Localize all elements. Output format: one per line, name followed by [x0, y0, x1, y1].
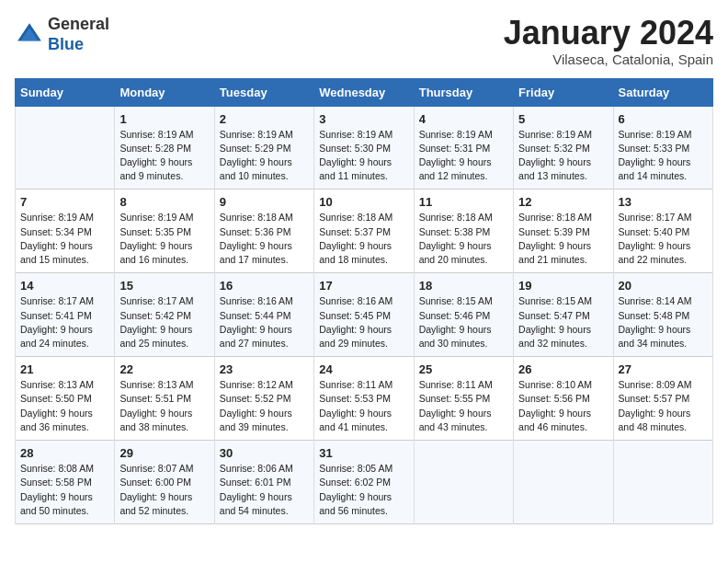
weekday-header: Sunday — [16, 78, 115, 106]
day-content: Sunrise: 8:13 AM Sunset: 5:51 PM Dayligh… — [119, 378, 209, 434]
calendar-cell: 22Sunrise: 8:13 AM Sunset: 5:51 PM Dayli… — [115, 357, 214, 441]
calendar-cell: 30Sunrise: 8:06 AM Sunset: 6:01 PM Dayli… — [214, 441, 313, 524]
day-number: 13 — [619, 195, 708, 209]
day-content: Sunrise: 8:16 AM Sunset: 5:45 PM Dayligh… — [319, 294, 408, 350]
day-number: 5 — [518, 112, 608, 126]
calendar-cell: 10Sunrise: 8:18 AM Sunset: 5:37 PM Dayli… — [314, 190, 414, 273]
calendar-cell: 16Sunrise: 8:16 AM Sunset: 5:44 PM Dayli… — [214, 273, 313, 357]
day-number: 12 — [518, 195, 608, 209]
day-content: Sunrise: 8:17 AM Sunset: 5:40 PM Dayligh… — [619, 211, 708, 267]
day-content: Sunrise: 8:18 AM Sunset: 5:39 PM Dayligh… — [518, 211, 608, 267]
calendar-week-row: 7Sunrise: 8:19 AM Sunset: 5:34 PM Daylig… — [16, 190, 713, 273]
day-content: Sunrise: 8:06 AM Sunset: 6:01 PM Dayligh… — [220, 462, 309, 518]
day-content: Sunrise: 8:18 AM Sunset: 5:36 PM Dayligh… — [220, 211, 309, 267]
day-number: 27 — [619, 362, 708, 376]
day-content: Sunrise: 8:17 AM Sunset: 5:41 PM Dayligh… — [20, 294, 109, 350]
day-number: 31 — [319, 446, 408, 460]
weekday-header: Tuesday — [214, 78, 313, 106]
day-number: 26 — [518, 362, 608, 376]
day-content: Sunrise: 8:19 AM Sunset: 5:33 PM Dayligh… — [619, 128, 708, 184]
calendar-cell: 28Sunrise: 8:08 AM Sunset: 5:58 PM Dayli… — [16, 441, 115, 524]
calendar-cell: 5Sunrise: 8:19 AM Sunset: 5:32 PM Daylig… — [514, 106, 613, 190]
month-title: January 2024 — [504, 15, 713, 52]
day-content: Sunrise: 8:15 AM Sunset: 5:47 PM Dayligh… — [518, 294, 608, 350]
day-content: Sunrise: 8:15 AM Sunset: 5:46 PM Dayligh… — [419, 294, 508, 350]
weekday-header: Wednesday — [314, 78, 414, 106]
day-content: Sunrise: 8:14 AM Sunset: 5:48 PM Dayligh… — [619, 294, 708, 350]
calendar-cell: 31Sunrise: 8:05 AM Sunset: 6:02 PM Dayli… — [314, 441, 414, 524]
calendar-cell — [613, 441, 712, 524]
day-number: 20 — [619, 279, 708, 293]
day-content: Sunrise: 8:12 AM Sunset: 5:52 PM Dayligh… — [220, 378, 309, 434]
calendar-cell: 20Sunrise: 8:14 AM Sunset: 5:48 PM Dayli… — [613, 273, 712, 357]
page-header: General Blue January 2024 Vilaseca, Cata… — [15, 15, 713, 67]
calendar-week-row: 28Sunrise: 8:08 AM Sunset: 5:58 PM Dayli… — [16, 441, 713, 524]
day-content: Sunrise: 8:19 AM Sunset: 5:34 PM Dayligh… — [20, 211, 109, 267]
day-number: 25 — [419, 362, 508, 376]
day-number: 21 — [20, 362, 109, 376]
calendar-week-row: 21Sunrise: 8:13 AM Sunset: 5:50 PM Dayli… — [16, 357, 713, 441]
calendar-cell: 17Sunrise: 8:16 AM Sunset: 5:45 PM Dayli… — [314, 273, 414, 357]
title-block: January 2024 Vilaseca, Catalonia, Spain — [504, 15, 713, 67]
day-number: 16 — [220, 279, 309, 293]
location-subtitle: Vilaseca, Catalonia, Spain — [504, 52, 713, 67]
calendar-cell: 3Sunrise: 8:19 AM Sunset: 5:30 PM Daylig… — [314, 106, 414, 190]
day-content: Sunrise: 8:13 AM Sunset: 5:50 PM Dayligh… — [20, 378, 109, 434]
day-content: Sunrise: 8:18 AM Sunset: 5:37 PM Dayligh… — [319, 211, 408, 267]
day-number: 23 — [220, 362, 309, 376]
day-number: 17 — [319, 279, 408, 293]
day-content: Sunrise: 8:05 AM Sunset: 6:02 PM Dayligh… — [319, 462, 408, 518]
day-number: 24 — [319, 362, 408, 376]
day-content: Sunrise: 8:09 AM Sunset: 5:57 PM Dayligh… — [619, 378, 708, 434]
day-number: 14 — [20, 279, 109, 293]
logo: General Blue — [15, 15, 109, 54]
calendar-cell: 2Sunrise: 8:19 AM Sunset: 5:29 PM Daylig… — [214, 106, 313, 190]
logo-icon — [15, 20, 44, 50]
calendar-cell: 7Sunrise: 8:19 AM Sunset: 5:34 PM Daylig… — [16, 190, 115, 273]
calendar-week-row: 1Sunrise: 8:19 AM Sunset: 5:28 PM Daylig… — [16, 106, 713, 190]
day-content: Sunrise: 8:19 AM Sunset: 5:35 PM Dayligh… — [119, 211, 209, 267]
day-number: 4 — [419, 112, 508, 126]
day-number: 18 — [419, 279, 508, 293]
day-number: 8 — [119, 195, 209, 209]
day-content: Sunrise: 8:08 AM Sunset: 5:58 PM Dayligh… — [20, 462, 109, 518]
day-content: Sunrise: 8:11 AM Sunset: 5:53 PM Dayligh… — [319, 378, 408, 434]
weekday-header: Friday — [514, 78, 613, 106]
day-number: 22 — [119, 362, 209, 376]
calendar-cell: 4Sunrise: 8:19 AM Sunset: 5:31 PM Daylig… — [414, 106, 513, 190]
calendar-cell: 8Sunrise: 8:19 AM Sunset: 5:35 PM Daylig… — [115, 190, 214, 273]
calendar-cell: 9Sunrise: 8:18 AM Sunset: 5:36 PM Daylig… — [214, 190, 313, 273]
day-number: 11 — [419, 195, 508, 209]
calendar-cell: 24Sunrise: 8:11 AM Sunset: 5:53 PM Dayli… — [314, 357, 414, 441]
day-content: Sunrise: 8:10 AM Sunset: 5:56 PM Dayligh… — [518, 378, 608, 434]
calendar-cell — [414, 441, 513, 524]
day-number: 6 — [619, 112, 708, 126]
calendar-cell: 18Sunrise: 8:15 AM Sunset: 5:46 PM Dayli… — [414, 273, 513, 357]
logo-blue-text: Blue — [48, 35, 84, 53]
day-number: 28 — [20, 446, 109, 460]
calendar-cell — [514, 441, 613, 524]
day-number: 19 — [518, 279, 608, 293]
day-content: Sunrise: 8:07 AM Sunset: 6:00 PM Dayligh… — [119, 462, 209, 518]
calendar-cell: 29Sunrise: 8:07 AM Sunset: 6:00 PM Dayli… — [115, 441, 214, 524]
calendar-cell: 19Sunrise: 8:15 AM Sunset: 5:47 PM Dayli… — [514, 273, 613, 357]
calendar-table: SundayMondayTuesdayWednesdayThursdayFrid… — [15, 78, 713, 524]
day-number: 15 — [119, 279, 209, 293]
day-content: Sunrise: 8:19 AM Sunset: 5:32 PM Dayligh… — [518, 128, 608, 184]
day-number: 7 — [20, 195, 109, 209]
day-number: 29 — [119, 446, 209, 460]
day-number: 10 — [319, 195, 408, 209]
weekday-header: Saturday — [613, 78, 712, 106]
calendar-cell — [16, 106, 115, 190]
day-content: Sunrise: 8:16 AM Sunset: 5:44 PM Dayligh… — [220, 294, 309, 350]
day-content: Sunrise: 8:19 AM Sunset: 5:28 PM Dayligh… — [119, 128, 209, 184]
day-content: Sunrise: 8:11 AM Sunset: 5:55 PM Dayligh… — [419, 378, 508, 434]
day-content: Sunrise: 8:19 AM Sunset: 5:30 PM Dayligh… — [319, 128, 408, 184]
day-number: 1 — [119, 112, 209, 126]
calendar-cell: 23Sunrise: 8:12 AM Sunset: 5:52 PM Dayli… — [214, 357, 313, 441]
day-content: Sunrise: 8:18 AM Sunset: 5:38 PM Dayligh… — [419, 211, 508, 267]
calendar-cell: 1Sunrise: 8:19 AM Sunset: 5:28 PM Daylig… — [115, 106, 214, 190]
day-number: 2 — [220, 112, 309, 126]
day-content: Sunrise: 8:17 AM Sunset: 5:42 PM Dayligh… — [119, 294, 209, 350]
calendar-cell: 14Sunrise: 8:17 AM Sunset: 5:41 PM Dayli… — [16, 273, 115, 357]
